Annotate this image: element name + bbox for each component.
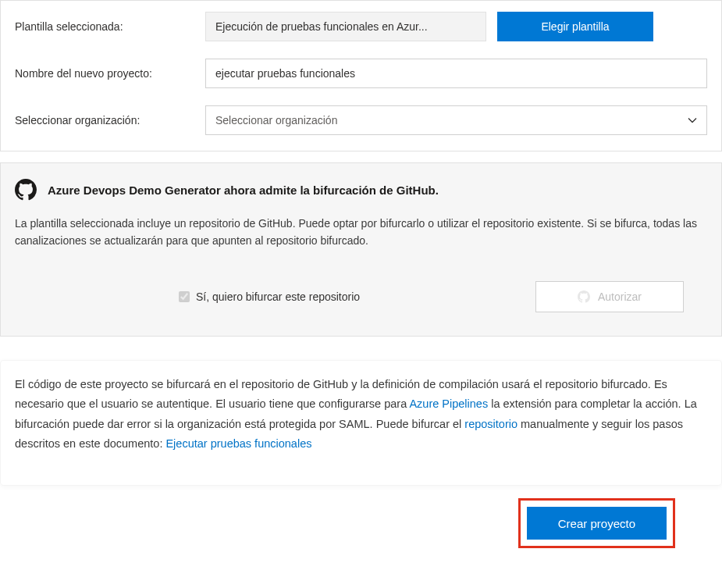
project-name-row: Nombre del nuevo proyecto: [15,59,707,88]
organization-select-wrap: Seleccionar organización [205,105,707,135]
project-name-label: Nombre del nuevo proyecto: [15,67,194,80]
github-body: La plantilla seleccionada incluye un rep… [15,215,707,250]
project-name-input[interactable] [205,59,707,88]
github-header: Azure Devops Demo Generator ahora admite… [15,179,707,201]
fork-checkbox-label: Sí, quiero bifurcar este repositorio [196,290,360,303]
highlight-box: Crear proyecto [518,498,675,548]
fork-checkbox-wrap[interactable]: Sí, quiero bifurcar este repositorio [179,290,360,303]
github-title: Azure Devops Demo Generator ahora admite… [48,184,439,197]
choose-template-button[interactable]: Elegir plantilla [497,12,653,41]
organization-row: Seleccionar organización: Seleccionar or… [15,105,707,135]
template-row: Plantilla seleccionada: Ejecución de pru… [15,12,707,41]
note-panel: El código de este proyecto se bifurcará … [0,360,722,486]
chevron-down-icon [688,116,697,125]
github-icon [15,179,37,201]
template-selected-field: Ejecución de pruebas funcionales en Azur… [205,12,486,41]
repository-link[interactable]: repositorio [464,418,517,430]
github-actions-row: Sí, quiero bifurcar este repositorio Aut… [15,281,707,312]
organization-select-value: Seleccionar organización [215,114,337,127]
authorize-button[interactable]: Autorizar [535,281,684,312]
organization-select[interactable]: Seleccionar organización [205,105,707,135]
create-project-button[interactable]: Crear proyecto [527,507,667,540]
github-panel: Azure Devops Demo Generator ahora admite… [0,162,722,337]
authorize-button-label: Autorizar [598,290,642,303]
footer-actions: Crear proyecto [0,498,722,548]
organization-label: Seleccionar organización: [15,114,194,127]
form-panel: Plantilla seleccionada: Ejecución de pru… [0,0,722,151]
azure-pipelines-link[interactable]: Azure Pipelines [409,397,488,410]
run-tests-link[interactable]: Ejecutar pruebas funcionales [165,437,311,450]
template-label: Plantilla seleccionada: [15,20,194,33]
github-small-icon [578,290,590,303]
fork-checkbox[interactable] [179,291,190,302]
